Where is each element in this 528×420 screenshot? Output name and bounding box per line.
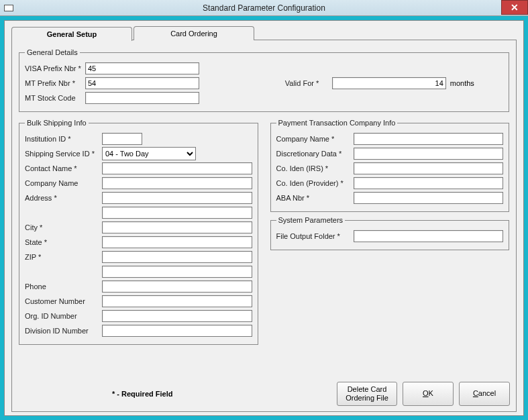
mt-stock-input[interactable] xyxy=(85,92,199,104)
contact-name-input[interactable] xyxy=(102,162,252,174)
general-details-group: General Details VISA Prefix Nbr * MT Pre… xyxy=(19,48,509,112)
close-button[interactable]: ✕ xyxy=(501,0,528,15)
payment-company-group: Payment Transaction Company Info Company… xyxy=(270,119,510,212)
bulk-shipping-group: Bulk Shipping Info Institution ID * Ship… xyxy=(19,119,258,345)
general-details-legend: General Details xyxy=(25,48,80,56)
org-id-input[interactable] xyxy=(102,310,252,322)
title-bar: Standard Parameter Configuration ✕ xyxy=(0,0,528,16)
discretionary-data-input[interactable] xyxy=(354,148,504,160)
co-iden-irs-label: Co. Iden (IRS) * xyxy=(276,164,354,172)
required-field-note: * - Required Field xyxy=(112,390,172,398)
window-title: Standard Parameter Configuration xyxy=(0,3,528,13)
address-label: Address * xyxy=(25,194,102,202)
payment-company-legend: Payment Transaction Company Info xyxy=(276,119,398,127)
mt-stock-label: MT Stock Code xyxy=(25,94,85,102)
division-id-input[interactable] xyxy=(102,325,252,337)
delete-card-ordering-file-button[interactable]: Delete Card Ordering File xyxy=(337,382,397,406)
aba-nbr-input[interactable] xyxy=(354,192,504,204)
system-parameters-legend: System Parameters xyxy=(276,216,346,224)
pay-company-name-label: Company Name * xyxy=(276,135,354,143)
phone-input[interactable] xyxy=(102,280,252,293)
visa-prefix-input[interactable] xyxy=(85,62,199,74)
contact-name-label: Contact Name * xyxy=(25,164,102,172)
company-name-input[interactable] xyxy=(102,177,252,189)
ok-button[interactable]: OK xyxy=(403,382,454,406)
zip-label: ZIP * xyxy=(25,253,102,261)
state-label: State * xyxy=(25,238,102,246)
address-input[interactable] xyxy=(102,192,252,204)
visa-prefix-label: VISA Prefix Nbr * xyxy=(25,64,85,72)
valid-for-input[interactable] xyxy=(332,77,446,89)
system-parameters-group: System Parameters File Output Folder * xyxy=(270,216,510,250)
state-input[interactable] xyxy=(102,236,252,248)
co-iden-provider-input[interactable] xyxy=(354,177,504,189)
tab-page-general: General Details VISA Prefix Nbr * MT Pre… xyxy=(11,40,517,412)
institution-id-label: Institution ID * xyxy=(25,135,102,143)
customer-number-label: Customer Number xyxy=(25,297,102,305)
discretionary-data-label: Discretionary Data * xyxy=(276,150,354,158)
close-icon: ✕ xyxy=(511,2,519,13)
mt-prefix-label: MT Prefix Nbr * xyxy=(25,79,85,87)
tab-card-ordering[interactable]: Card Ordering xyxy=(134,26,254,40)
aba-nbr-label: ABA Nbr * xyxy=(276,194,354,202)
file-output-folder-input[interactable] xyxy=(354,230,504,242)
zip-input[interactable] xyxy=(102,251,252,263)
cancel-button[interactable]: Cancel xyxy=(459,382,510,406)
mt-prefix-input[interactable] xyxy=(85,77,199,89)
file-output-folder-label: File Output Folder * xyxy=(276,232,354,240)
pay-company-name-input[interactable] xyxy=(354,133,504,145)
customer-number-input[interactable] xyxy=(102,295,252,307)
co-iden-provider-label: Co. Iden (Provider) * xyxy=(276,179,354,187)
org-id-label: Org. ID Number xyxy=(25,312,102,320)
zip2-input[interactable] xyxy=(102,266,252,278)
valid-for-suffix: months xyxy=(450,79,474,87)
valid-for-label: Valid For * xyxy=(285,79,332,87)
shipping-service-label: Shipping Service ID * xyxy=(25,150,102,158)
phone-label: Phone xyxy=(25,282,102,291)
city-label: City * xyxy=(25,223,102,231)
tab-general-setup[interactable]: General Setup xyxy=(11,27,132,41)
company-name-label: Company Name xyxy=(25,179,102,187)
co-iden-irs-input[interactable] xyxy=(354,162,504,174)
address2-input[interactable] xyxy=(102,207,252,219)
tab-strip: General Setup Card Ordering xyxy=(11,26,517,40)
shipping-service-select[interactable]: 04 - Two Day xyxy=(102,147,196,160)
division-id-label: Division ID Number xyxy=(25,327,102,335)
bulk-shipping-legend: Bulk Shipping Info xyxy=(25,119,89,127)
institution-id-input[interactable] xyxy=(102,133,142,145)
city-input[interactable] xyxy=(102,221,252,233)
